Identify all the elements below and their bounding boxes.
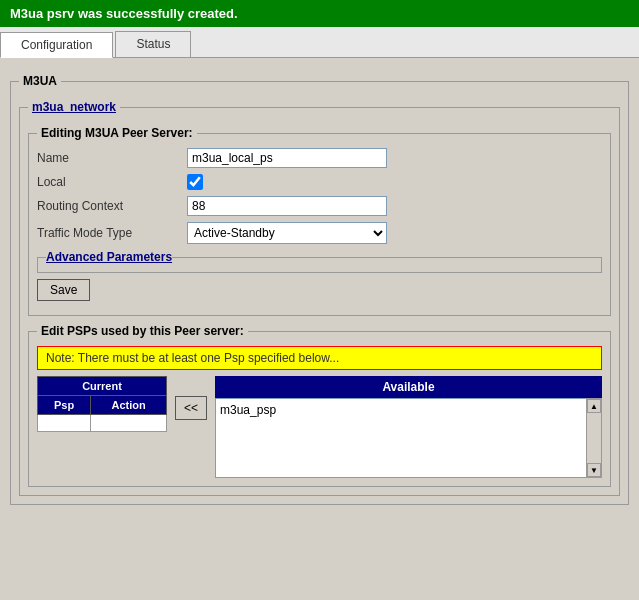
network-legend: m3ua_network xyxy=(28,100,120,114)
advanced-params-fieldset: Advanced Parameters xyxy=(37,250,602,273)
psp-panel: Current Psp Action xyxy=(37,376,602,478)
list-item: m3ua_psp xyxy=(220,403,582,417)
traffic-mode-row: Traffic Mode Type Active-Standby Broadca… xyxy=(37,222,602,244)
routing-context-row: Routing Context xyxy=(37,196,602,216)
scroll-down[interactable]: ▼ xyxy=(587,463,601,477)
name-label: Name xyxy=(37,151,187,165)
name-input[interactable] xyxy=(187,148,387,168)
success-bar: M3ua psrv was successfully created. xyxy=(0,0,639,27)
tabs-bar: Configuration Status xyxy=(0,27,639,58)
empty-action xyxy=(91,415,167,432)
local-label: Local xyxy=(37,175,187,189)
editing-fieldset: Editing M3UA Peer Server: Name Local Rou… xyxy=(28,126,611,316)
main-content: M3UA m3ua_network Editing M3UA Peer Serv… xyxy=(0,58,639,515)
m3ua-legend: M3UA xyxy=(19,74,61,88)
local-row: Local xyxy=(37,174,602,190)
routing-context-label: Routing Context xyxy=(37,199,187,213)
save-row: Save xyxy=(37,273,602,307)
available-scrollbar: ▲ ▼ xyxy=(586,398,602,478)
save-button[interactable]: Save xyxy=(37,279,90,301)
routing-context-input[interactable] xyxy=(187,196,387,216)
available-list-wrapper: m3ua_psp ▲ ▼ xyxy=(215,398,602,478)
action-col-header: Action xyxy=(91,396,167,415)
current-header: Current xyxy=(38,377,167,396)
traffic-mode-select[interactable]: Active-Standby Broadcast Override xyxy=(187,222,387,244)
tab-status[interactable]: Status xyxy=(115,31,191,57)
current-table: Current Psp Action xyxy=(37,376,167,432)
available-panel: Available m3ua_psp ▲ ▼ xyxy=(215,376,602,478)
table-row xyxy=(38,415,167,432)
tab-configuration[interactable]: Configuration xyxy=(0,32,113,58)
psp-col-header: Psp xyxy=(38,396,91,415)
editing-legend: Editing M3UA Peer Server: xyxy=(37,126,197,140)
psps-legend: Edit PSPs used by this Peer server: xyxy=(37,324,248,338)
local-checkbox[interactable] xyxy=(187,174,203,190)
empty-psp xyxy=(38,415,91,432)
available-header: Available xyxy=(215,376,602,398)
psps-fieldset: Edit PSPs used by this Peer server: Note… xyxy=(28,324,611,487)
transfer-button[interactable]: << xyxy=(175,396,207,420)
scroll-up[interactable]: ▲ xyxy=(587,399,601,413)
current-panel: Current Psp Action xyxy=(37,376,167,432)
note-bar: Note: There must be at least one Psp spe… xyxy=(37,346,602,370)
advanced-params-legend[interactable]: Advanced Parameters xyxy=(46,250,172,264)
name-row: Name xyxy=(37,148,602,168)
m3ua-fieldset: M3UA m3ua_network Editing M3UA Peer Serv… xyxy=(10,74,629,505)
transfer-col: << xyxy=(175,376,207,420)
available-list: m3ua_psp xyxy=(215,398,586,478)
traffic-mode-label: Traffic Mode Type xyxy=(37,226,187,240)
network-fieldset: m3ua_network Editing M3UA Peer Server: N… xyxy=(19,100,620,496)
